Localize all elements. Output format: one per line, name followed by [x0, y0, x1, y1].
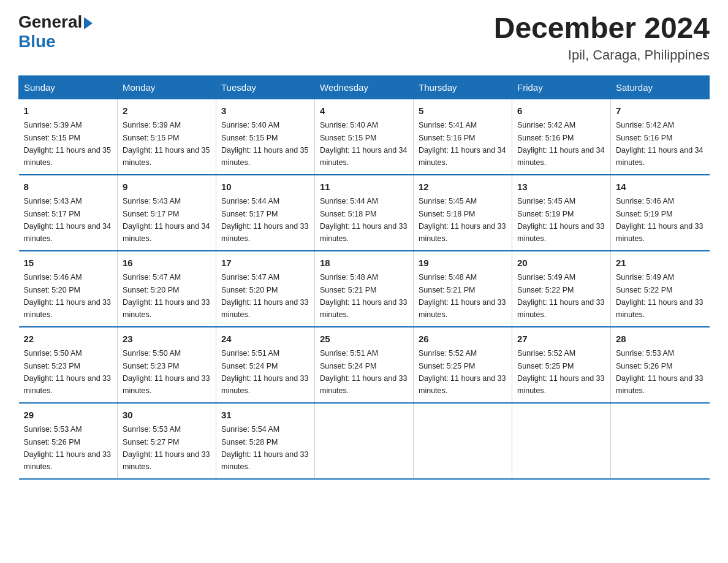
day-header-sunday: Sunday [19, 75, 118, 99]
day-info: Sunrise: 5:47 AMSunset: 5:20 PMDaylight:… [221, 273, 308, 319]
logo: General Blue [18, 12, 93, 52]
calendar-cell: 21Sunrise: 5:49 AMSunset: 5:22 PMDayligh… [611, 251, 710, 327]
day-number: 17 [221, 256, 309, 270]
calendar-cell: 22Sunrise: 5:50 AMSunset: 5:23 PMDayligh… [19, 327, 118, 403]
calendar-cell: 20Sunrise: 5:49 AMSunset: 5:22 PMDayligh… [512, 251, 611, 327]
day-info: Sunrise: 5:54 AMSunset: 5:28 PMDaylight:… [221, 425, 308, 471]
day-info: Sunrise: 5:40 AMSunset: 5:15 PMDaylight:… [221, 121, 308, 167]
day-number: 20 [517, 256, 605, 270]
day-info: Sunrise: 5:48 AMSunset: 5:21 PMDaylight:… [320, 273, 407, 319]
day-info: Sunrise: 5:47 AMSunset: 5:20 PMDaylight:… [123, 273, 210, 319]
calendar-cell: 15Sunrise: 5:46 AMSunset: 5:20 PMDayligh… [19, 251, 118, 327]
day-number: 2 [123, 104, 211, 118]
calendar-title: December 2024 [494, 12, 710, 45]
day-number: 21 [616, 256, 705, 270]
calendar-cell: 4Sunrise: 5:40 AMSunset: 5:15 PMDaylight… [315, 99, 414, 175]
day-info: Sunrise: 5:41 AMSunset: 5:16 PMDaylight:… [419, 121, 506, 167]
calendar-cell: 30Sunrise: 5:53 AMSunset: 5:27 PMDayligh… [118, 403, 216, 479]
day-info: Sunrise: 5:49 AMSunset: 5:22 PMDaylight:… [517, 273, 604, 319]
day-info: Sunrise: 5:44 AMSunset: 5:17 PMDaylight:… [221, 197, 308, 243]
day-info: Sunrise: 5:52 AMSunset: 5:25 PMDaylight:… [419, 349, 506, 395]
day-number: 31 [221, 408, 309, 423]
calendar-cell: 27Sunrise: 5:52 AMSunset: 5:25 PMDayligh… [512, 327, 611, 403]
day-info: Sunrise: 5:45 AMSunset: 5:19 PMDaylight:… [517, 197, 604, 243]
day-number: 25 [320, 332, 408, 347]
day-number: 15 [24, 256, 113, 270]
day-number: 6 [517, 104, 605, 118]
day-header-row: SundayMondayTuesdayWednesdayThursdayFrid… [19, 75, 710, 99]
day-header-monday: Monday [118, 75, 216, 99]
calendar-cell: 23Sunrise: 5:50 AMSunset: 5:23 PMDayligh… [118, 327, 216, 403]
day-number: 26 [419, 332, 507, 347]
calendar-cell: 25Sunrise: 5:51 AMSunset: 5:24 PMDayligh… [315, 327, 414, 403]
day-number: 30 [123, 408, 211, 423]
calendar-table: SundayMondayTuesdayWednesdayThursdayFrid… [18, 75, 710, 480]
page-header: General Blue December 2024 Ipil, Caraga,… [18, 12, 710, 63]
calendar-cell: 10Sunrise: 5:44 AMSunset: 5:17 PMDayligh… [216, 175, 315, 251]
calendar-cell: 9Sunrise: 5:43 AMSunset: 5:17 PMDaylight… [118, 175, 216, 251]
day-info: Sunrise: 5:42 AMSunset: 5:16 PMDaylight:… [616, 121, 703, 167]
day-header-thursday: Thursday [414, 75, 512, 99]
logo-text-blue: Blue [18, 32, 56, 52]
calendar-cell: 5Sunrise: 5:41 AMSunset: 5:16 PMDaylight… [414, 99, 512, 175]
calendar-cell: 13Sunrise: 5:45 AMSunset: 5:19 PMDayligh… [512, 175, 611, 251]
day-number: 29 [24, 408, 113, 423]
day-number: 24 [221, 332, 309, 347]
calendar-cell: 7Sunrise: 5:42 AMSunset: 5:16 PMDaylight… [611, 99, 710, 175]
title-block: December 2024 Ipil, Caraga, Philippines [494, 12, 710, 63]
day-header-saturday: Saturday [611, 75, 710, 99]
calendar-body: 1Sunrise: 5:39 AMSunset: 5:15 PMDaylight… [19, 99, 710, 479]
day-number: 28 [616, 332, 705, 347]
day-number: 13 [517, 180, 605, 194]
calendar-cell: 6Sunrise: 5:42 AMSunset: 5:16 PMDaylight… [512, 99, 611, 175]
day-number: 7 [616, 104, 705, 118]
calendar-cell [512, 403, 611, 479]
day-info: Sunrise: 5:43 AMSunset: 5:17 PMDaylight:… [24, 197, 111, 243]
calendar-week-row: 1Sunrise: 5:39 AMSunset: 5:15 PMDaylight… [19, 99, 710, 175]
day-info: Sunrise: 5:44 AMSunset: 5:18 PMDaylight:… [320, 197, 407, 243]
calendar-cell: 12Sunrise: 5:45 AMSunset: 5:18 PMDayligh… [414, 175, 512, 251]
day-number: 3 [221, 104, 309, 118]
calendar-subtitle: Ipil, Caraga, Philippines [494, 47, 710, 63]
calendar-cell: 18Sunrise: 5:48 AMSunset: 5:21 PMDayligh… [315, 251, 414, 327]
calendar-week-row: 22Sunrise: 5:50 AMSunset: 5:23 PMDayligh… [19, 327, 710, 403]
day-info: Sunrise: 5:42 AMSunset: 5:16 PMDaylight:… [517, 121, 604, 167]
day-info: Sunrise: 5:45 AMSunset: 5:18 PMDaylight:… [419, 197, 506, 243]
calendar-cell: 14Sunrise: 5:46 AMSunset: 5:19 PMDayligh… [611, 175, 710, 251]
day-info: Sunrise: 5:43 AMSunset: 5:17 PMDaylight:… [123, 197, 210, 243]
day-info: Sunrise: 5:46 AMSunset: 5:20 PMDaylight:… [24, 273, 111, 319]
calendar-week-row: 29Sunrise: 5:53 AMSunset: 5:26 PMDayligh… [19, 403, 710, 479]
day-info: Sunrise: 5:53 AMSunset: 5:26 PMDaylight:… [616, 349, 703, 395]
calendar-cell: 24Sunrise: 5:51 AMSunset: 5:24 PMDayligh… [216, 327, 315, 403]
day-info: Sunrise: 5:40 AMSunset: 5:15 PMDaylight:… [320, 121, 407, 167]
calendar-cell [414, 403, 512, 479]
logo-arrow-icon [84, 17, 93, 29]
calendar-cell [611, 403, 710, 479]
day-number: 8 [24, 180, 113, 194]
calendar-header: SundayMondayTuesdayWednesdayThursdayFrid… [19, 75, 710, 99]
day-number: 19 [419, 256, 507, 270]
day-info: Sunrise: 5:51 AMSunset: 5:24 PMDaylight:… [320, 349, 407, 395]
day-info: Sunrise: 5:53 AMSunset: 5:26 PMDaylight:… [24, 425, 111, 471]
day-number: 16 [123, 256, 211, 270]
calendar-cell: 28Sunrise: 5:53 AMSunset: 5:26 PMDayligh… [611, 327, 710, 403]
day-number: 11 [320, 180, 408, 194]
calendar-cell: 19Sunrise: 5:48 AMSunset: 5:21 PMDayligh… [414, 251, 512, 327]
day-number: 5 [419, 104, 507, 118]
logo-text-general: General [18, 12, 82, 32]
calendar-cell: 2Sunrise: 5:39 AMSunset: 5:15 PMDaylight… [118, 99, 216, 175]
calendar-cell: 8Sunrise: 5:43 AMSunset: 5:17 PMDaylight… [19, 175, 118, 251]
day-header-wednesday: Wednesday [315, 75, 414, 99]
day-number: 14 [616, 180, 705, 194]
calendar-cell: 29Sunrise: 5:53 AMSunset: 5:26 PMDayligh… [19, 403, 118, 479]
calendar-week-row: 15Sunrise: 5:46 AMSunset: 5:20 PMDayligh… [19, 251, 710, 327]
day-info: Sunrise: 5:50 AMSunset: 5:23 PMDaylight:… [24, 349, 111, 395]
calendar-cell [315, 403, 414, 479]
calendar-cell: 16Sunrise: 5:47 AMSunset: 5:20 PMDayligh… [118, 251, 216, 327]
day-header-friday: Friday [512, 75, 611, 99]
day-info: Sunrise: 5:46 AMSunset: 5:19 PMDaylight:… [616, 197, 703, 243]
calendar-cell: 11Sunrise: 5:44 AMSunset: 5:18 PMDayligh… [315, 175, 414, 251]
calendar-cell: 1Sunrise: 5:39 AMSunset: 5:15 PMDaylight… [19, 99, 118, 175]
day-header-tuesday: Tuesday [216, 75, 315, 99]
day-number: 12 [419, 180, 507, 194]
